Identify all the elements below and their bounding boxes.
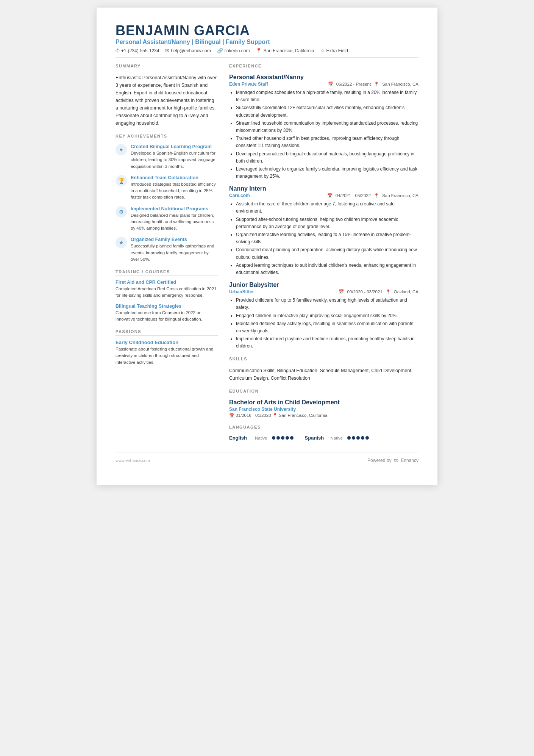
contact-email: ✉ help@enhancv.com <box>165 48 211 53</box>
education-list: Bachelor of Arts in Child Development Sa… <box>229 399 418 418</box>
exp-bullet: Assisted in the care of three children u… <box>236 200 418 215</box>
experience-job: Junior Babysitter UrbanSitter 📅 09/2020 … <box>229 282 418 350</box>
edu-dates: 📅 01/2016 - 01/2020 📍 San Francisco, Cal… <box>229 413 418 418</box>
passion-item: Early Childhood Education Passionate abo… <box>116 340 218 366</box>
exp-bullet: Trained other household staff in best pr… <box>236 135 418 149</box>
exp-dates-loc: 📅 09/2020 - 03/2021 📍 Oakland, CA <box>339 289 418 294</box>
achievement-item: ♥ Created Bilingual Learning Program Dev… <box>116 144 218 170</box>
summary-label: SUMMARY <box>116 64 218 70</box>
lang-dot <box>281 436 284 440</box>
contact-phone: ✆ +1-(234)-555-1234 <box>116 48 159 53</box>
achievement-icon: ★ <box>116 237 127 248</box>
exp-company: Care.com <box>229 193 250 198</box>
achievement-title: Created Bilingual Learning Program <box>131 144 218 149</box>
training-list: First Aid and CPR Certified Completed Am… <box>116 280 218 322</box>
achievement-item: ⚙ Implemented Nutritional Programs Desig… <box>116 206 218 232</box>
achievements-list: ♥ Created Bilingual Learning Program Dev… <box>116 144 218 263</box>
language-dots <box>347 436 369 440</box>
exp-bullets-list: Provided childcare for up to 5 families … <box>229 297 418 350</box>
language-item: Spanish Native <box>305 435 369 441</box>
exp-bullet: Maintained detailed daily activity logs,… <box>236 320 418 335</box>
language-level: Native <box>331 436 343 440</box>
achievement-title: Implemented Nutritional Programs <box>131 206 218 211</box>
linkedin-value: linkedin.com <box>225 48 250 53</box>
edu-calendar-icon: 📅 <box>229 413 234 418</box>
exp-meta: UrbanSitter 📅 09/2020 - 03/2021 📍 Oaklan… <box>229 289 418 294</box>
location-value: San Francisco, California <box>263 48 314 53</box>
training-item: First Aid and CPR Certified Completed Am… <box>116 280 218 299</box>
location-pin-icon: 📍 <box>374 81 379 87</box>
edu-school: San Francisco State University <box>229 407 418 412</box>
achievements-label: KEY ACHIEVEMENTS <box>116 134 218 140</box>
exp-company: UrbanSitter <box>229 289 254 294</box>
achievement-content: Organized Family Events Successfully pla… <box>131 237 218 263</box>
exp-bullet: Provided childcare for up to 5 families … <box>236 297 418 311</box>
exp-job-title: Junior Babysitter <box>229 282 418 288</box>
skills-text: Communication Skills, Bilingual Educatio… <box>229 367 418 382</box>
lang-dot <box>361 436 364 440</box>
exp-dates-loc: 📅 04/2021 - 05/2022 📍 San Francisco, CA <box>327 193 418 198</box>
candidate-title: Personal Assistant/Nanny | Bilingual | F… <box>116 39 418 45</box>
passions-label: PASSIONS <box>116 329 218 336</box>
phone-value: +1-(234)-555-1234 <box>121 48 159 53</box>
exp-job-title: Personal Assistant/Nanny <box>229 74 418 81</box>
training-desc: Completed American Red Cross certificati… <box>116 286 218 299</box>
exp-bullet: Engaged children in interactive play, im… <box>236 312 418 319</box>
exp-bullet: Streamlined household communication by i… <box>236 120 418 134</box>
achievement-content: Enhanced Team Collaboration Introduced s… <box>131 175 218 201</box>
experience-job: Personal Assistant/Nanny Eden Private St… <box>229 74 418 180</box>
achievement-content: Created Bilingual Learning Program Devel… <box>131 144 218 170</box>
lang-dot <box>276 436 280 440</box>
lang-dot <box>347 436 351 440</box>
achievement-icon: 🏆 <box>116 175 127 186</box>
exp-meta: Eden Private Staff 📅 06/2022 - Present 📍… <box>229 81 418 87</box>
achievement-content: Implemented Nutritional Programs Designe… <box>131 206 218 232</box>
exp-bullet: Supported after-school tutoring sessions… <box>236 216 418 230</box>
education-label: EDUCATION <box>229 389 418 395</box>
exp-job-title: Nanny Intern <box>229 185 418 192</box>
candidate-name: BENJAMIN GARCIA <box>116 23 418 39</box>
email-icon: ✉ <box>165 48 169 53</box>
lang-dot <box>290 436 294 440</box>
exp-bullet: Coordinated meal planning and preparatio… <box>236 246 418 261</box>
powered-by-label: Powered by <box>367 458 391 463</box>
exp-bullets-list: Assisted in the care of three children u… <box>229 200 418 276</box>
achievement-item: ★ Organized Family Events Successfully p… <box>116 237 218 263</box>
contact-extra: ☆ Extra Field <box>320 48 348 53</box>
achievement-icon: ♥ <box>116 144 127 155</box>
training-desc: Completed course from Coursera in 2022 o… <box>116 310 218 323</box>
language-item: English Native <box>229 435 294 441</box>
achievement-desc: Designed balanced meal plans for childre… <box>131 212 218 232</box>
contact-row: ✆ +1-(234)-555-1234 ✉ help@enhancv.com 🔗… <box>116 48 418 58</box>
passion-desc: Passionate about fostering educational g… <box>116 346 218 366</box>
exp-bullets-list: Managed complex schedules for a high-pro… <box>229 89 418 180</box>
skills-label: SKILLS <box>229 357 418 363</box>
footer-website: www.enhancv.com <box>116 458 150 463</box>
extra-value: Extra Field <box>326 48 348 53</box>
email-value: help@enhancv.com <box>171 48 211 53</box>
location-pin-icon: 📍 <box>386 289 391 294</box>
achievement-title: Enhanced Team Collaboration <box>131 175 218 180</box>
exp-bullet: Leveraged technology to organize family'… <box>236 166 418 180</box>
experience-label: EXPERIENCE <box>229 64 418 70</box>
exp-bullet: Organized interactive learning activitie… <box>236 231 418 246</box>
lang-dot <box>365 436 369 440</box>
location-icon: 📍 <box>256 48 262 53</box>
location-pin-icon: 📍 <box>374 193 379 198</box>
education-item: Bachelor of Arts in Child Development Sa… <box>229 399 418 418</box>
left-column: SUMMARY Enthusiastic Personal Assistant/… <box>116 64 218 441</box>
resume-page: BENJAMIN GARCIA Personal Assistant/Nanny… <box>97 8 437 485</box>
exp-bullet: Implemented structured playtime and bedt… <box>236 335 418 350</box>
achievement-icon: ⚙ <box>116 206 127 218</box>
training-label: TRAINING / COURSES <box>116 269 218 276</box>
header: BENJAMIN GARCIA Personal Assistant/Nanny… <box>116 23 418 58</box>
main-content: SUMMARY Enthusiastic Personal Assistant/… <box>116 64 418 441</box>
languages-row: English Native Spanish Native <box>229 435 418 441</box>
exp-bullet: Adapted learning techniques to suit indi… <box>236 262 418 276</box>
right-column: EXPERIENCE Personal Assistant/Nanny Eden… <box>229 64 418 441</box>
passion-title: Early Childhood Education <box>116 340 218 345</box>
experience-list: Personal Assistant/Nanny Eden Private St… <box>229 74 418 350</box>
exp-meta: Care.com 📅 04/2021 - 05/2022 📍 San Franc… <box>229 193 418 198</box>
experience-job: Nanny Intern Care.com 📅 04/2021 - 05/202… <box>229 185 418 276</box>
exp-bullet: Developed personalized bilingual educati… <box>236 150 418 165</box>
